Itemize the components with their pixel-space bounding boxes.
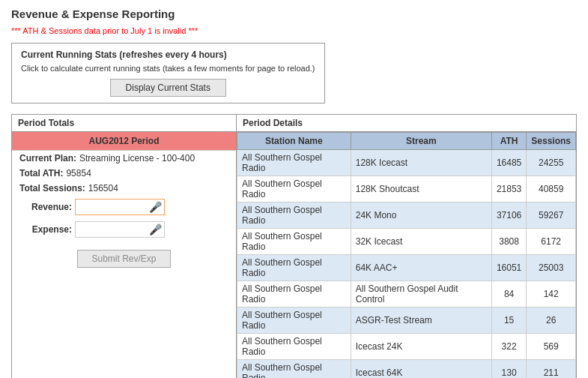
revenue-mic-icon: 🎤 — [149, 201, 162, 213]
table-row: All Southern Gospel RadioIcecast 24K3225… — [237, 334, 576, 360]
total-ath-label: Total ATH: — [19, 168, 63, 178]
revenue-input[interactable] — [79, 202, 146, 212]
col-stream: Stream — [351, 133, 491, 150]
expense-label: Expense: — [19, 224, 72, 235]
expense-row: Expense: 🎤 — [12, 218, 236, 241]
cell-stream: 32K Icecast — [351, 229, 491, 255]
cell-station: All Southern Gospel Radio — [237, 281, 351, 308]
expense-input-wrapper: 🎤 — [75, 221, 165, 238]
total-ath-row: Total ATH: 95854 — [12, 166, 236, 181]
table-row: All Southern Gospel Radio128K Icecast164… — [237, 150, 576, 176]
total-ath-value: 95854 — [66, 168, 91, 178]
total-sessions-row: Total Sessions: 156504 — [12, 181, 236, 196]
col-sessions: Sessions — [527, 133, 576, 150]
stats-box-title: Current Running Stats (refreshes every 4… — [21, 50, 315, 60]
total-sessions-label: Total Sessions: — [19, 183, 85, 194]
left-panel: Period Totals AUG2012 Period Current Pla… — [12, 115, 237, 378]
revenue-label: Revenue: — [19, 202, 72, 212]
cell-station: All Southern Gospel Radio — [237, 229, 351, 255]
cell-station: All Southern Gospel Radio — [237, 176, 351, 202]
cell-stream: ASGR-Test Stream — [351, 308, 491, 334]
period-totals-title: Period Totals — [12, 115, 236, 132]
revenue-input-wrapper: 🎤 — [75, 199, 165, 215]
cell-stream: 64K AAC+ — [351, 255, 491, 281]
display-stats-button[interactable]: Display Current Stats — [110, 79, 226, 97]
cell-sessions: 142 — [527, 281, 576, 308]
cell-station: All Southern Gospel Radio — [237, 202, 351, 229]
total-sessions-value: 156504 — [88, 183, 118, 194]
cell-stream: 128K Icecast — [351, 150, 491, 176]
expense-mic-icon: 🎤 — [149, 224, 162, 236]
table-row: All Southern Gospel RadioAll Southern Go… — [237, 281, 576, 308]
cell-ath: 3808 — [491, 229, 526, 255]
cell-station: All Southern Gospel Radio — [237, 334, 351, 360]
cell-sessions: 26 — [527, 308, 576, 334]
current-plan-value: Streaming License - 100-400 — [79, 153, 195, 164]
cell-stream: Icecast 64K — [351, 360, 491, 379]
cell-station: All Southern Gospel Radio — [237, 308, 351, 334]
cell-sessions: 59267 — [527, 202, 576, 229]
table-row: All Southern Gospel Radio32K Icecast3808… — [237, 229, 576, 255]
submit-btn-row: Submit Rev/Exp — [12, 250, 236, 268]
current-plan-label: Current Plan: — [19, 153, 76, 164]
current-plan-row: Current Plan: Streaming License - 100-40… — [12, 151, 236, 166]
cell-stream: 24K Mono — [351, 202, 491, 229]
stats-box-note: Click to calculate current running stats… — [21, 64, 315, 73]
cell-ath: 322 — [491, 334, 526, 360]
cell-station: All Southern Gospel Radio — [237, 360, 351, 379]
page-title: Revenue & Expense Reporting — [11, 8, 577, 20]
period-details-title: Period Details — [237, 115, 576, 132]
details-table: Station Name Stream ATH Sessions All Sou… — [237, 132, 576, 378]
cell-ath: 21853 — [491, 176, 526, 202]
table-row: All Southern Gospel Radio128K Shoutcast2… — [237, 176, 576, 202]
table-row: All Southern Gospel RadioIcecast 64K1302… — [237, 360, 576, 379]
expense-input[interactable] — [79, 224, 146, 235]
cell-sessions: 569 — [527, 334, 576, 360]
col-station: Station Name — [237, 133, 351, 150]
table-row: All Southern Gospel Radio64K AAC+1605125… — [237, 255, 576, 281]
warning-text: *** ATH & Sessions data prior to July 1 … — [11, 26, 577, 35]
current-stats-box: Current Running Stats (refreshes every 4… — [11, 43, 325, 104]
cell-ath: 130 — [491, 360, 526, 379]
cell-ath: 16051 — [491, 255, 526, 281]
cell-sessions: 25003 — [527, 255, 576, 281]
main-layout: Period Totals AUG2012 Period Current Pla… — [11, 114, 577, 378]
table-row: All Southern Gospel Radio24K Mono3710659… — [237, 202, 576, 229]
cell-sessions: 6172 — [527, 229, 576, 255]
cell-stream: Icecast 24K — [351, 334, 491, 360]
cell-ath: 37106 — [491, 202, 526, 229]
cell-ath: 15 — [491, 308, 526, 334]
cell-station: All Southern Gospel Radio — [237, 255, 351, 281]
cell-stream: 128K Shoutcast — [351, 176, 491, 202]
cell-ath: 16485 — [491, 150, 526, 176]
revenue-row: Revenue: 🎤 — [12, 196, 236, 218]
cell-sessions: 211 — [527, 360, 576, 379]
cell-sessions: 40859 — [527, 176, 576, 202]
table-row: All Southern Gospel RadioASGR-Test Strea… — [237, 308, 576, 334]
cell-station: All Southern Gospel Radio — [237, 150, 351, 176]
cell-stream: All Southern Gospel Audit Control — [351, 281, 491, 308]
submit-revexp-button[interactable]: Submit Rev/Exp — [77, 250, 170, 268]
cell-ath: 84 — [491, 281, 526, 308]
right-panel: Period Details Station Name Stream ATH S… — [237, 115, 576, 378]
cell-sessions: 24255 — [527, 150, 576, 176]
col-ath: ATH — [491, 133, 526, 150]
period-header: AUG2012 Period — [12, 132, 236, 151]
